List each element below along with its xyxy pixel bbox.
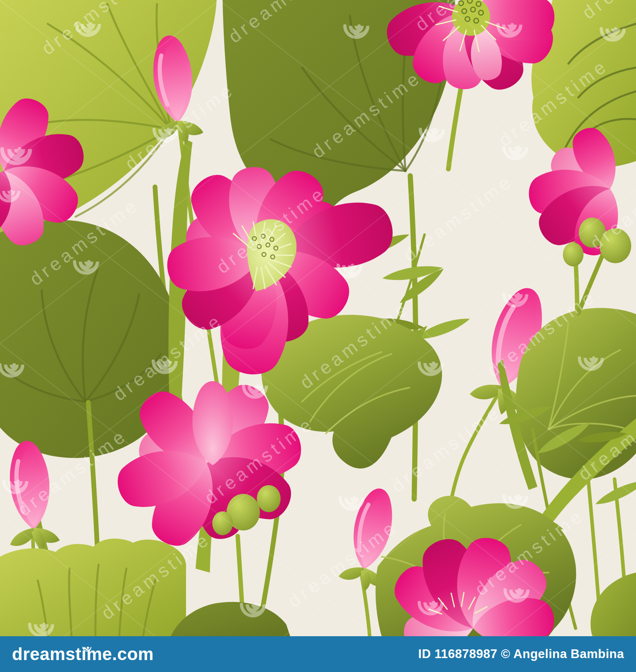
lotus-pattern-artwork: dreamstime dreamstime dreamstime dreamst… xyxy=(0,0,636,636)
watermark-layer: dreamstime dreamstime dreamstime dreamst… xyxy=(0,0,636,636)
stock-image-preview: dreamstime dreamstime dreamstime dreamst… xyxy=(0,0,636,672)
footer-bar: dreamstime.com ID 116878987 © Angelina B… xyxy=(0,636,636,672)
image-credit-text: ID 116878987 © Angelina Bambina xyxy=(418,647,624,661)
dreamstime-logo: dreamstime.com xyxy=(12,636,154,672)
dreamstime-spiral-icon xyxy=(82,642,93,652)
